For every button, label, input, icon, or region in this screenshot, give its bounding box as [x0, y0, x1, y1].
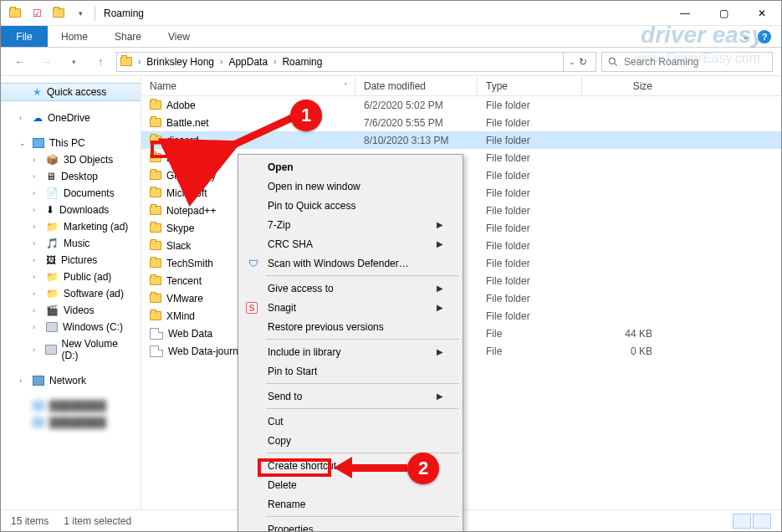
- file-name: Tencent: [166, 275, 202, 287]
- ribbon-expand-icon[interactable]: ⌄: [742, 31, 749, 42]
- crumb-1[interactable]: AppData: [225, 54, 271, 69]
- file-name: Grammarly: [166, 170, 216, 182]
- ctx-pin-start[interactable]: Pin to Start: [241, 361, 460, 381]
- view-icons-button[interactable]: [753, 514, 771, 529]
- expand-icon: ›: [33, 306, 41, 315]
- file-type: File: [478, 345, 582, 357]
- refresh-icon[interactable]: ↻: [579, 56, 587, 68]
- ctx-cut[interactable]: Cut: [241, 412, 460, 431]
- tab-view[interactable]: View: [155, 26, 203, 47]
- file-name: discord: [166, 135, 199, 146]
- nav-item-label: New Volume (D:): [62, 338, 133, 361]
- recent-dropdown-icon[interactable]: ▾: [63, 51, 84, 73]
- expand-icon: ›: [33, 289, 41, 298]
- nav-blurred-item[interactable]: ████████: [1, 397, 141, 414]
- col-type[interactable]: Type: [478, 76, 582, 95]
- nav-item-marketing-ad-[interactable]: ›📁Marketing (ad): [1, 218, 141, 235]
- col-date[interactable]: Date modified: [355, 76, 478, 95]
- file-type: File folder: [478, 100, 582, 111]
- ctx-snagit[interactable]: SSnagit▶: [241, 298, 460, 317]
- star-icon: ★: [33, 86, 42, 98]
- crumb-2[interactable]: Roaming: [279, 54, 325, 69]
- ctx-pin-quick-access[interactable]: Pin to Quick access: [241, 196, 460, 215]
- ctx-rename[interactable]: Rename: [241, 494, 460, 514]
- view-details-button[interactable]: [733, 514, 751, 529]
- forward-button[interactable]: →: [36, 51, 58, 73]
- nav-item-label: Videos: [64, 304, 94, 316]
- back-button[interactable]: ←: [9, 51, 31, 73]
- nav-network[interactable]: ›Network: [1, 372, 141, 389]
- nav-item-windows-c-[interactable]: ›Windows (C:): [1, 319, 141, 335]
- ctx-open-new-window[interactable]: Open in new window: [241, 176, 460, 196]
- crumb-0[interactable]: Brinksley Hong: [143, 54, 217, 69]
- snagit-icon: S: [246, 302, 258, 314]
- qat-properties-icon[interactable]: ☑: [28, 4, 46, 23]
- drive-icon: [45, 345, 56, 355]
- up-button[interactable]: ↑: [89, 51, 111, 73]
- nav-item-software-ad-[interactable]: ›📁Software (ad): [1, 285, 141, 302]
- nav-item-3d-objects[interactable]: ›📦3D Objects: [1, 151, 141, 168]
- ctx-crc-sha[interactable]: CRC SHA▶: [241, 234, 460, 253]
- ctx-open[interactable]: Open: [241, 157, 460, 176]
- nav-item-label: 3D Objects: [64, 154, 113, 166]
- qat-dropdown-icon[interactable]: ▾: [71, 4, 89, 23]
- file-type: File folder: [478, 117, 582, 129]
- file-name: XMind: [166, 310, 195, 322]
- ctx-properties[interactable]: Properties: [241, 519, 460, 532]
- svg-point-0: [609, 58, 615, 64]
- nav-item-label: Marketing (ad): [64, 221, 128, 233]
- title-bar: ☑ ▾ Roaming — ▢ ✕: [1, 1, 781, 26]
- nav-item-new-volume-d-[interactable]: ›New Volume (D:): [1, 335, 141, 364]
- nav-item-music[interactable]: ›🎵Music: [1, 235, 141, 252]
- nav-item-downloads[interactable]: ›⬇Downloads: [1, 202, 141, 218]
- nav-this-pc[interactable]: ⌄This PC: [1, 135, 141, 151]
- minimize-button[interactable]: —: [666, 1, 704, 26]
- expand-icon: ›: [33, 223, 41, 231]
- ctx-give-access[interactable]: Give access to▶: [241, 279, 460, 298]
- file-date: 6/2/2020 5:02 PM: [355, 100, 478, 111]
- ctx-copy[interactable]: Copy: [241, 431, 460, 450]
- col-size[interactable]: Size: [582, 76, 666, 95]
- nav-onedrive[interactable]: ›☁OneDrive: [1, 110, 141, 126]
- file-name: Battle.net: [166, 117, 209, 129]
- nav-item-documents[interactable]: ›📄Documents: [1, 185, 141, 202]
- network-icon: [33, 376, 44, 386]
- nav-item-pictures[interactable]: ›🖼Pictures: [1, 252, 141, 269]
- nav-item-desktop[interactable]: ›🖥Desktop: [1, 168, 141, 185]
- search-input[interactable]: Search Roaming: [601, 52, 773, 72]
- nav-blurred-item[interactable]: ████████: [1, 414, 141, 431]
- ctx-restore-versions[interactable]: Restore previous versions: [241, 317, 460, 336]
- nav-item-videos[interactable]: ›🎬Videos: [1, 302, 141, 319]
- sort-asc-icon: ˄: [344, 82, 348, 90]
- annotation-arrow-1: [220, 107, 295, 149]
- file-tab[interactable]: File: [1, 26, 48, 47]
- maximize-button[interactable]: ▢: [704, 1, 743, 26]
- qat-newfolder-icon[interactable]: [49, 4, 68, 23]
- file-type: File: [478, 328, 582, 340]
- nav-item-label: Software (ad): [64, 288, 124, 299]
- file-type: File folder: [478, 170, 582, 182]
- cloud-icon: ☁: [33, 112, 43, 124]
- nav-item-public-ad-[interactable]: ›📁Public (ad): [1, 269, 141, 285]
- tab-share[interactable]: Share: [101, 26, 155, 47]
- file-date: 8/10/2020 3:13 PM: [355, 135, 478, 146]
- tab-home[interactable]: Home: [48, 26, 101, 47]
- file-name: Microsoft: [166, 187, 207, 199]
- search-icon: [607, 56, 619, 68]
- ctx-include-library[interactable]: Include in library▶: [241, 342, 460, 361]
- nav-quick-access[interactable]: ★Quick access: [1, 83, 141, 101]
- window-title: Roaming: [104, 8, 144, 19]
- ctx-send-to[interactable]: Send to▶: [241, 386, 460, 406]
- file-name: Adobe: [166, 100, 196, 111]
- close-button[interactable]: ✕: [743, 1, 781, 26]
- breadcrumb-dropdown-icon[interactable]: ⌄: [569, 58, 575, 66]
- folder-icon: 📦: [46, 154, 59, 166]
- status-selected: 1 item selected: [64, 515, 131, 527]
- expand-icon: ›: [33, 323, 41, 331]
- breadcrumb[interactable]: › Brinksley Hong› AppData› Roaming ⌄ ↻: [116, 52, 596, 72]
- help-icon[interactable]: ?: [758, 30, 771, 43]
- ctx-7zip[interactable]: 7-Zip▶: [241, 215, 460, 234]
- folder-icon: [150, 100, 161, 110]
- col-name[interactable]: Name˄: [141, 76, 355, 95]
- ctx-defender[interactable]: 🛡Scan with Windows Defender…: [241, 253, 460, 273]
